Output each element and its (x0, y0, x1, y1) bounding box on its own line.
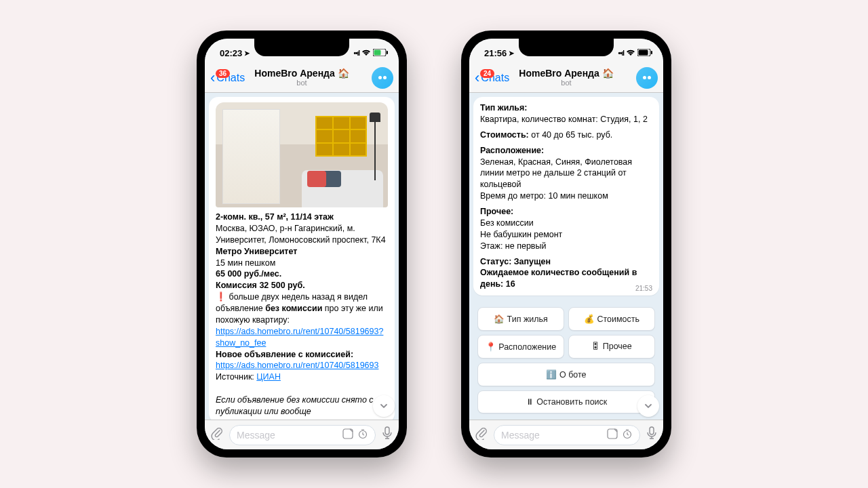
svg-rect-5 (385, 427, 389, 434)
chat-subtitle: bot (519, 79, 613, 87)
input-bar: Message (205, 420, 399, 449)
svg-rect-8 (639, 49, 648, 55)
button-stop[interactable]: ⏸ Остановить поиск (477, 390, 655, 413)
warning-bold: без комиссии (263, 304, 323, 313)
message-time: 21:53 (635, 284, 652, 293)
message-bubble: Тип жилья: Квартира, количество комнат: … (473, 97, 659, 296)
signal-icon: ••ıl (353, 49, 359, 57)
timer-icon[interactable] (357, 428, 368, 441)
sticker-icon[interactable] (342, 428, 353, 441)
status-line: Статус: Запущен (480, 257, 551, 266)
battery-icon (373, 48, 388, 58)
location-label: Расположение: (480, 146, 544, 155)
note-text: Если объявление без комиссии снято с пуб… (216, 395, 374, 416)
battery-icon (637, 48, 652, 58)
expected-line: Ожидаемое количество сообщений в день: 1… (480, 268, 637, 289)
chat-title: HomeBro Аренда 🏠 (254, 68, 349, 79)
placeholder: Message (237, 430, 275, 441)
status-time: 21:56 (484, 48, 507, 58)
chat-body[interactable]: 2-комн. кв., 57 м², 11/14 этаж Москва, Ю… (205, 93, 399, 420)
phone-mockup-left: 02:23 ➤ ••ıl ‹ 36 Chats HomeBro Аренда 🏠 (197, 30, 407, 458)
button-other[interactable]: 🎛 Прочее (568, 335, 655, 359)
listing-address: Москва, ЮЗАО, р-н Гагаринский, м. Универ… (216, 224, 386, 245)
type-text: Квартира, количество комнат: Студия, 1, … (480, 115, 648, 124)
mic-icon[interactable] (381, 426, 393, 443)
svg-rect-2 (374, 49, 381, 55)
scroll-down-button[interactable] (637, 395, 659, 417)
button-price[interactable]: 💰 Стоимость (568, 307, 655, 331)
type-label: Тип жилья: (480, 103, 528, 113)
wifi-icon (626, 48, 635, 58)
link-with-fee[interactable]: https://ads.homebro.ru/rent/10740/581969… (216, 361, 378, 370)
status-icons: ••ıl (618, 48, 652, 58)
attach-icon[interactable] (210, 426, 224, 443)
input-bar: Message (469, 420, 663, 449)
screen: 02:23 ➤ ••ıl ‹ 36 Chats HomeBro Аренда 🏠 (205, 39, 399, 449)
other-2: Не бабушкин ремонт (480, 230, 562, 239)
chat-header: ‹ 36 Chats HomeBro Аренда 🏠 bot (205, 63, 399, 93)
signal-icon: ••ıl (618, 49, 624, 57)
notch (519, 39, 614, 56)
chat-header: ‹ 24 Chats HomeBro Аренда 🏠 bot (469, 63, 663, 93)
message-input[interactable]: Message (229, 425, 376, 445)
button-location[interactable]: 📍 Расположение (477, 335, 564, 359)
timer-icon[interactable] (622, 428, 633, 441)
chevron-left-icon: ‹ (475, 70, 479, 85)
keyboard-row: ⏸ Остановить поиск (473, 388, 659, 415)
chat-body[interactable]: Тип жилья: Квартира, количество комнат: … (469, 93, 663, 420)
placeholder: Message (501, 430, 540, 441)
button-type[interactable]: 🏠 Тип жилья (477, 307, 564, 331)
chat-subtitle: bot (254, 79, 349, 87)
price-text: от 40 до 65 тыс. руб. (529, 130, 613, 140)
back-button[interactable]: ‹ 36 Chats (210, 70, 245, 85)
other-3: Этаж: не первый (480, 241, 546, 251)
listing-photo[interactable] (216, 102, 388, 207)
location-text: Зеленая, Красная, Синяя, Фиолетовая лини… (480, 157, 632, 190)
chevron-left-icon: ‹ (210, 70, 215, 85)
price: 65 000 руб./мес. (216, 269, 281, 279)
status-time: 02:23 (220, 48, 242, 58)
notch (254, 39, 349, 56)
metro-label: Метро Университет (216, 247, 297, 256)
sticker-icon[interactable] (607, 428, 618, 441)
mic-icon[interactable] (646, 426, 658, 443)
svg-rect-7 (651, 51, 652, 54)
message-input[interactable]: Message (494, 425, 640, 445)
unread-badge: 36 (216, 69, 230, 78)
status-icons: ••ıl (353, 48, 388, 58)
new-ad-label: Новое объявление с комиссией: (216, 350, 353, 359)
walk-time: 15 мин пешком (216, 258, 275, 268)
price-label: Стоимость: (480, 130, 529, 140)
message-bubble: 2-комн. кв., 57 м², 11/14 этаж Москва, Ю… (209, 97, 395, 420)
source-label: Источник: (216, 372, 256, 382)
avatar[interactable] (372, 67, 393, 89)
svg-rect-1 (387, 51, 388, 54)
scroll-down-button[interactable] (373, 395, 395, 417)
wifi-icon (361, 48, 371, 58)
commission: Комиссия 32 500 руб. (216, 281, 305, 290)
chat-title: HomeBro Аренда 🏠 (519, 68, 613, 79)
keyboard-row: ℹ️ О боте (473, 361, 659, 388)
back-button[interactable]: ‹ 24 Chats (475, 70, 509, 85)
screen: 21:56 ➤ ••ıl ‹ 24 Chats HomeBro Аренда 🏠 (469, 39, 663, 449)
link-no-fee[interactable]: https://ads.homebro.ru/rent/10740/581969… (216, 327, 383, 348)
unread-badge: 24 (480, 69, 494, 78)
button-about[interactable]: ℹ️ О боте (477, 363, 655, 386)
location-walk: Время до метро: 10 мин пешком (480, 191, 608, 201)
other-label: Прочее: (480, 207, 513, 216)
location-icon: ➤ (509, 49, 514, 57)
attach-icon[interactable] (475, 426, 488, 443)
keyboard-row: 🏠 Тип жилья 💰 Стоимость (473, 305, 659, 333)
keyboard-row: 📍 Расположение 🎛 Прочее (473, 333, 659, 361)
other-1: Без комиссии (480, 218, 534, 228)
source-link[interactable]: ЦИАН (256, 372, 281, 382)
location-icon: ➤ (244, 49, 250, 57)
listing-title: 2-комн. кв., 57 м², 11/14 этаж (216, 212, 334, 222)
svg-rect-11 (650, 427, 654, 434)
phone-mockup-right: 21:56 ➤ ••ıl ‹ 24 Chats HomeBro Аренда 🏠 (461, 30, 671, 458)
avatar[interactable] (636, 67, 658, 89)
